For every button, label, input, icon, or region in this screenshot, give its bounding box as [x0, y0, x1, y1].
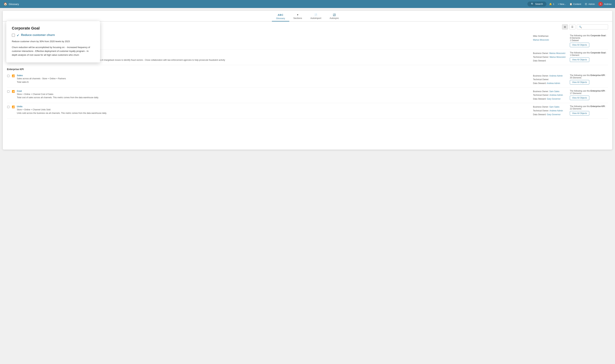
owner-link-2[interactable]: Marius Moscovici: [549, 52, 565, 54]
item-icon-units: 📶: [12, 105, 15, 108]
item-desc-sales2: Total sales $: [17, 81, 531, 84]
item-checkbox-cost[interactable]: [7, 91, 10, 93]
usage-elements-units: 22 Elements: [570, 108, 608, 110]
usage-text-1: The following use this Corporate Goal :: [570, 34, 608, 37]
view-all-button-2[interactable]: View All Objects: [570, 57, 589, 62]
usage-elements-cost: 17 Elements: [570, 92, 608, 95]
view-all-button-cost[interactable]: View All Objects: [570, 96, 589, 100]
content-label: Content: [573, 3, 581, 5]
table-row: 📶 Cost Store + Online + Channel Cost of …: [7, 88, 608, 103]
tech-owner-label-sales: Technical Owner:: [533, 78, 549, 81]
new-button[interactable]: + New...: [558, 3, 566, 5]
item-main-sales: Sales Sales across all channels - Store …: [17, 74, 531, 84]
autosync-tab-label: Autosync: [330, 17, 339, 19]
item-main-cost: Cost Store + Online + Channel Cost of Sa…: [17, 90, 531, 99]
owner-link-1[interactable]: Marius Moscovici: [533, 39, 549, 41]
item-usage-units: The following use this Enterprise KPI : …: [570, 105, 608, 116]
autoimport-tab-icon: 📄: [314, 13, 317, 16]
tech-owner-link-cost[interactable]: Andrew Admin: [549, 94, 563, 96]
owner-label: Mike Smitheman: [533, 35, 548, 37]
tab-glossary[interactable]: ABC Glossary: [272, 12, 289, 22]
tech-owner-link-2[interactable]: Marius Moscovici: [549, 56, 565, 58]
popup-title: Corporate Goal: [12, 26, 95, 30]
table-row: 📶 Sales Sales across all channels - Stor…: [7, 72, 608, 88]
tech-owner-label-cost: Technical Owner:: [533, 94, 549, 96]
bell-icon: 🔔: [549, 3, 552, 5]
tab-sections[interactable]: ▼ Sections: [289, 12, 306, 22]
notification-count: 1: [553, 3, 554, 5]
steward-link-sales[interactable]: Andrew Admin: [547, 82, 560, 84]
tab-autoimport[interactable]: 📄 Autoimport: [306, 12, 325, 22]
owner-label-units: Business Owner:: [533, 106, 549, 108]
nav-logo-label: Glossary: [9, 3, 19, 6]
item-icon-sales: 📶: [12, 74, 15, 77]
item-usage-sales: The following use this Enterprise KPI : …: [570, 74, 608, 84]
home-icon: 🏠: [3, 2, 7, 6]
list-view-button[interactable]: ☰: [569, 24, 575, 29]
sections-tab-label: Sections: [294, 17, 302, 19]
tech-owner-link-units[interactable]: Andrew Admin: [549, 109, 563, 112]
gear-icon: ⚙️: [585, 3, 587, 5]
tech-owner-label-2: Technical Owner:: [533, 56, 549, 58]
enterprise-kpi-header: Enterprise KPI: [7, 66, 608, 72]
steward-label-cost: Data Steward:: [533, 98, 547, 100]
usage-datasets-1: 1 Dataset: [570, 39, 608, 42]
owner-link-sales[interactable]: Andrew Admin: [549, 75, 562, 77]
view-all-button-units[interactable]: View All Objects: [570, 111, 589, 116]
content-button[interactable]: 📋 Content: [570, 3, 581, 5]
item-owners-sales: Business Owner: Andrew Admin Technical O…: [533, 74, 568, 85]
admin-label: Admin: [588, 3, 595, 5]
item-usage-cost: The following use this Enterprise KPI : …: [570, 90, 608, 100]
item-title-cost[interactable]: Cost: [17, 90, 531, 92]
popup-item-title[interactable]: Reduce customer churn: [21, 33, 55, 37]
glossary-tab-icon: ABC: [278, 13, 283, 16]
owner-link-units[interactable]: Sam Sales: [549, 106, 559, 108]
new-label: + New...: [558, 3, 566, 5]
nav-right-actions: 🔔 1 + New... 📋 Content ⚙️ Admin A Andrew: [549, 2, 612, 6]
owner-label-2: Business Owner:: [533, 52, 549, 54]
view-all-button-sales[interactable]: View All Objects: [570, 80, 589, 84]
search-button[interactable]: 🔍 Search: [527, 1, 546, 6]
search-label: Search: [535, 3, 543, 5]
item-desc-sales: Sales across all channels - Store + Onli…: [17, 77, 531, 80]
item-usage-1: The following use this Corporate Goal : …: [570, 34, 608, 47]
item-checkbox-sales[interactable]: [7, 75, 10, 77]
item-title-units[interactable]: Units: [17, 105, 531, 108]
item-icon-cost: 📶: [12, 90, 15, 93]
owner-label-sales: Business Owner:: [533, 75, 549, 77]
item-owners-units: Business Owner: Sam Sales Technical Owne…: [533, 105, 568, 117]
item-owners-1: Mike Smitheman Marius Moscovici: [533, 34, 568, 42]
tab-autosync[interactable]: 🔄 Autosync: [325, 12, 343, 22]
steward-label-units: Data Steward:: [533, 113, 547, 116]
view-all-button-1[interactable]: View All Objects: [570, 43, 589, 47]
enterprise-kpi-section: Enterprise KPI 📶 Sales Sales across all …: [7, 66, 608, 119]
admin-button[interactable]: ⚙️ Admin: [585, 3, 595, 5]
item-main-units: Units Store + Online + Channel Units Sol…: [17, 105, 531, 115]
popup-item-row: ✔ Reduce customer churn: [12, 33, 95, 37]
nav-logo[interactable]: 🏠 Glossary: [3, 2, 19, 6]
autosync-tab-icon: 🔄: [333, 13, 336, 16]
avatar: A: [598, 2, 603, 6]
item-title-sales[interactable]: Sales: [17, 74, 531, 77]
glossary-tab-label: Glossary: [276, 17, 285, 20]
usage-text-2: The following use this Corporate Goal :: [570, 52, 608, 54]
popup-short-desc: Reduce customer churn by 30% from 2020 l…: [12, 40, 95, 43]
steward-link-cost[interactable]: Gary Governor: [547, 98, 560, 100]
grid-view-button[interactable]: ⊞: [562, 24, 568, 29]
notifications-button[interactable]: 🔔 1: [549, 3, 554, 5]
content-icon: 📋: [570, 3, 572, 5]
item-owners-cost: Business Owner: Sam Sales Technical Owne…: [533, 90, 568, 101]
usage-elements-sales: 35 Elements: [570, 77, 608, 79]
owner-link-cost[interactable]: Sam Sales: [549, 90, 559, 93]
main-container: ABC Glossary ▼ Sections 📄 Autoimport 🔄 A…: [3, 11, 612, 150]
top-navigation: 🏠 Glossary 🔍 Search 🔔 1 + New... 📋 Conte…: [0, 0, 615, 8]
owner-label-cost: Business Owner:: [533, 90, 549, 93]
steward-link-units[interactable]: Gary Governor: [547, 113, 560, 116]
content-search-input[interactable]: [577, 25, 608, 29]
item-desc-units: Store + Online + Channel Units Sold: [17, 108, 531, 111]
user-menu[interactable]: A Andrew: [598, 2, 612, 6]
usage-text-units: The following use this Enterprise KPI :: [570, 105, 608, 108]
item-desc-cost: Store + Online + Channel Cost of Sales: [17, 93, 531, 96]
popup-checkbox[interactable]: [12, 34, 15, 37]
item-checkbox-units[interactable]: [7, 106, 10, 108]
